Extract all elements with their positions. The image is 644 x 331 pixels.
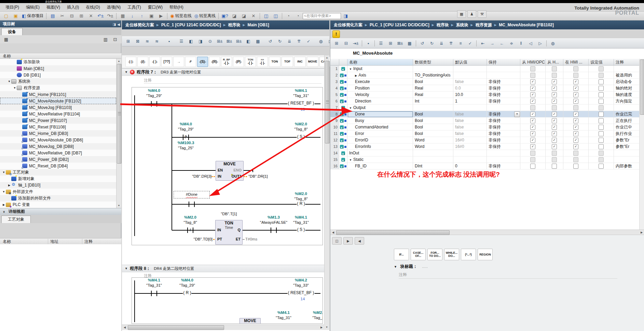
tree-item--[interactable]: 添加新块	[0, 59, 116, 65]
checkbox-hmi-1[interactable]: ✓	[552, 138, 557, 143]
retain-cell[interactable]: 非保持	[487, 79, 520, 85]
scrollbar-thumb[interactable]	[640, 59, 644, 115]
collapse-network-icon[interactable]: ▼	[125, 70, 128, 74]
checkbox-setpoint[interactable]	[599, 79, 604, 84]
table-vscrollbar[interactable]	[639, 59, 644, 230]
checkbox-hmi-2[interactable]: ✓	[573, 118, 578, 123]
ladder-operand-name[interactable]: "AlwaysFALSE"	[260, 220, 287, 225]
checkbox-hmi-2[interactable]: ✓	[573, 144, 578, 149]
refresh-icon[interactable]: ⊡	[111, 36, 120, 43]
menu-O[interactable]: 在线(O)	[82, 3, 103, 11]
snapshot-button[interactable]: ◍	[316, 38, 325, 45]
pane-collapse-button[interactable]: ◀	[355, 237, 364, 245]
ladder-contact[interactable]	[271, 227, 271, 233]
checkbox-hmi-1[interactable]: ✓	[552, 144, 557, 149]
data-type-cell[interactable]: Real	[413, 92, 453, 98]
tree-item--[interactable]: ▼程序资源	[0, 85, 116, 91]
scrollbar-thumb[interactable]	[325, 61, 330, 143]
checkbox-hmi-1[interactable]	[552, 164, 557, 169]
checkbox-hmi-2[interactable]	[573, 164, 578, 169]
checkbox-setpoint[interactable]	[599, 118, 604, 123]
copy-button[interactable]: ⊟	[67, 12, 76, 20]
compare-button[interactable]: ≑	[507, 40, 516, 47]
menu-T[interactable]: 工具(T)	[124, 3, 144, 11]
default-value-cell[interactable]: 16#0	[453, 143, 487, 150]
checkbox-hmi-1[interactable]: ✓	[552, 92, 557, 97]
ladder-operand-name[interactable]: "Tag_25"	[178, 146, 194, 150]
expand-networks-button[interactable]: ◧	[187, 38, 195, 45]
checkbox-hmi-2[interactable]: ✓	[573, 86, 578, 91]
checkbox-setpoint[interactable]	[599, 86, 604, 91]
interface-row-Position[interactable]: 4PositionReal0.0非保持✓✓✓轴的绝对	[330, 85, 644, 92]
data-type-cell[interactable]	[413, 150, 453, 156]
section-expander-icon[interactable]: ▼	[349, 68, 352, 71]
retain-cell[interactable]: 非保持	[487, 143, 520, 150]
data-type-cell[interactable]: Bool	[413, 111, 453, 118]
snippet-WHILE[interactable]: WHILE...DO...	[444, 249, 459, 260]
retain-cell[interactable]: 非保持	[487, 163, 520, 169]
snippet-REGION[interactable]: REGION	[478, 249, 493, 260]
stop-cpu-button[interactable]: ▶	[156, 12, 165, 20]
ladder-operand-name[interactable]: "DB".DR[1]	[248, 174, 268, 179]
default-value-cell[interactable]	[453, 72, 487, 79]
online-diagnostics-button[interactable]: ▣?	[220, 12, 229, 20]
retain-cell[interactable]: 非保持	[487, 98, 520, 105]
show-favorites-button[interactable]: ▩	[254, 38, 262, 45]
breadcrumb-4[interactable]: 程序资源	[475, 22, 492, 28]
scroll-left-icon[interactable]: ◀	[122, 325, 127, 330]
tree-expander-icon[interactable]: ▼	[2, 190, 6, 193]
checkbox-hmi-1[interactable]: ✓	[552, 79, 557, 84]
go-online-button[interactable]: ◉转至在线	[169, 12, 192, 20]
tree-item--[interactable]: ▼系统块	[0, 78, 116, 85]
open-branch-button[interactable]: ≋	[143, 38, 152, 45]
tab-technology-objects[interactable]: 工艺对象	[1, 216, 31, 223]
ladder-operand-name[interactable]: "Tag_31"	[293, 220, 309, 225]
network-8-header[interactable]: ▼ 程序段 8： DR4 走第二段绝对位置	[122, 265, 329, 272]
interface-row-Busy[interactable]: 9BusyBoolfalse非保持✓✓✓正在执行	[330, 118, 644, 124]
ladder-contact[interactable]	[151, 291, 152, 296]
scroll-right-icon[interactable]: ▶	[639, 230, 644, 235]
tree-expander-icon[interactable]: ▶	[2, 203, 6, 206]
section-expander-icon[interactable]: ▼	[349, 158, 352, 162]
goto-prev-button[interactable]: ←	[497, 40, 506, 47]
snippet-[interactable]: (*...*)	[461, 249, 476, 260]
ladder-operand-address[interactable]: %M4.1	[148, 278, 160, 282]
checkbox-hmi-0[interactable]: ✓	[530, 92, 535, 97]
ladder-operand-address[interactable]: %M4.1	[277, 311, 290, 315]
interface-row-Axis[interactable]: 2▶AxisTO_PositioningAxis被选用的	[330, 72, 644, 79]
member-name[interactable]: ErrorID	[355, 138, 368, 142]
retain-cell[interactable]	[487, 72, 520, 79]
ladder-operand-name[interactable]: "Tag_29"	[178, 127, 194, 132]
data-type-cell[interactable]: Bool	[413, 79, 453, 85]
favorite-no-contact[interactable]: -| |-	[125, 57, 136, 67]
block-title-value[interactable]: .....	[422, 264, 428, 269]
editor-vscrollbar[interactable]: ▲	[324, 55, 329, 325]
member-name[interactable]: Done	[355, 112, 365, 116]
snippet-IF[interactable]: IF...	[394, 249, 409, 260]
ladder-contact[interactable]	[189, 202, 189, 207]
keep-values-button[interactable]: ▪	[364, 40, 373, 47]
member-name[interactable]: InOut	[349, 151, 359, 155]
ladder-operand-address[interactable]: %M1.3	[268, 215, 280, 220]
tree-item-MC_Reset-FB1108-[interactable]: MC_Reset [FB1108]	[0, 124, 116, 130]
goto-first-button[interactable]: ⇤	[478, 40, 487, 47]
upload-from-device-button[interactable]: ↑	[137, 12, 146, 20]
block-comment[interactable]: 注释	[399, 272, 617, 279]
retain-cell[interactable]	[487, 105, 520, 111]
ladder-operand-name[interactable]: "DB".DR[3]	[192, 174, 211, 179]
tree-item-MC_MoveAbsolute-FB1102-[interactable]: MC_MoveAbsolute [FB1102]	[0, 98, 116, 104]
data-type-cell[interactable]: Int	[413, 98, 453, 105]
close-branch-button[interactable]: ≋	[152, 38, 161, 45]
interface-row-Error[interactable]: 11ErrorBoolfalse非保持✓✓✓执行作业	[330, 130, 644, 137]
editor-hscrollbar[interactable]: ◀ ▶	[122, 325, 324, 330]
ladder-operand-address[interactable]: %M2.0	[313, 311, 323, 315]
tree-item-MC_MoveRelative_DB-DB7-[interactable]: MC_MoveRelative_DB [DB7]	[0, 150, 116, 156]
menu-V[interactable]: 视图(V)	[43, 3, 64, 11]
breadcrumb-2[interactable]: 程序块	[437, 22, 449, 28]
download-button[interactable]: ⇊	[437, 40, 446, 47]
paste-button[interactable]: ⊞	[77, 12, 86, 20]
checkbox-hmi-1[interactable]: ✓	[552, 112, 557, 117]
favorite-close-branch[interactable]: ↱	[185, 57, 196, 67]
retain-dropdown-icon[interactable]: ▼	[514, 111, 520, 117]
tree-item-MC_MoveJog_DB-DB8-[interactable]: MC_MoveJog_DB [DB8]	[0, 143, 116, 150]
